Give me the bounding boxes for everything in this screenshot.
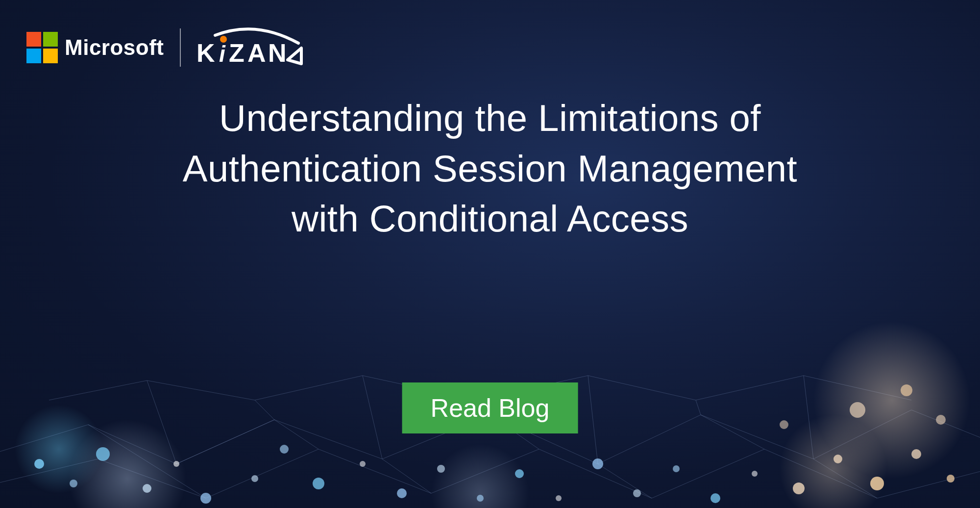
svg-point-32: [936, 415, 946, 425]
svg-point-3: [779, 415, 887, 508]
svg-point-16: [437, 465, 445, 473]
page-title: Understanding the Limitations of Authent…: [176, 93, 804, 244]
read-blog-button[interactable]: Read Blog: [402, 382, 578, 433]
svg-point-26: [833, 455, 842, 463]
svg-point-23: [710, 493, 720, 503]
microsoft-wordmark: Microsoft: [65, 35, 164, 60]
svg-point-30: [850, 402, 865, 418]
svg-text:A: A: [247, 39, 266, 67]
svg-point-31: [901, 384, 912, 396]
svg-point-8: [143, 484, 151, 493]
svg-point-2: [813, 322, 970, 479]
svg-point-4: [431, 444, 529, 508]
svg-point-33: [780, 420, 788, 429]
svg-point-14: [360, 461, 366, 467]
svg-point-13: [313, 478, 324, 489]
svg-text:i: i: [219, 41, 226, 67]
svg-point-17: [477, 495, 484, 502]
header-logos: Microsoft K i Z A N: [26, 26, 304, 69]
svg-point-6: [70, 480, 77, 487]
svg-point-18: [515, 469, 524, 478]
kizan-logo: K i Z A N: [196, 26, 304, 69]
svg-point-21: [633, 489, 641, 497]
svg-point-11: [251, 475, 258, 482]
svg-point-19: [556, 495, 562, 501]
svg-point-28: [911, 449, 921, 459]
svg-point-22: [673, 465, 680, 472]
logo-divider: [180, 28, 181, 67]
svg-point-0: [69, 420, 186, 508]
microsoft-squares-icon: [26, 32, 58, 63]
svg-point-12: [280, 445, 289, 454]
svg-point-27: [870, 477, 884, 490]
svg-point-7: [96, 447, 110, 461]
svg-point-20: [592, 458, 603, 469]
svg-point-10: [200, 493, 211, 504]
svg-point-1: [15, 405, 103, 493]
svg-point-24: [752, 471, 758, 477]
svg-point-25: [793, 483, 805, 494]
background-network-graphic: [0, 253, 980, 508]
svg-point-15: [397, 488, 407, 498]
svg-point-9: [173, 461, 179, 467]
svg-text:Z: Z: [229, 39, 245, 67]
svg-point-5: [34, 459, 44, 469]
svg-text:N: N: [268, 39, 287, 67]
svg-point-29: [947, 475, 955, 483]
microsoft-logo: Microsoft: [26, 32, 164, 63]
svg-text:K: K: [196, 39, 215, 67]
